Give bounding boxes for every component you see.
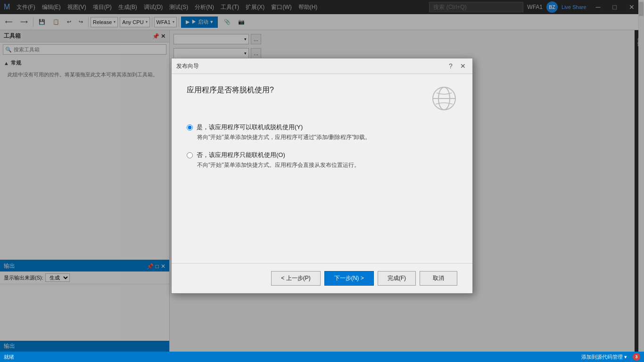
next-btn[interactable]: 下一步(N) > (324, 271, 374, 286)
radio-no-desc: 不向"开始"菜单添加快捷方式。应用程序会直接从发布位置运行。 (197, 161, 457, 169)
globe-icon (431, 85, 457, 112)
radio-yes-label[interactable]: 是，该应用程序可以联机或脱机使用(Y) (187, 123, 457, 132)
radio-yes-input[interactable] (187, 124, 193, 131)
dialog-title-bar: 发布向导 ? ✕ (172, 58, 472, 74)
dialog-body: 应用程序是否将脱机使用? 是，该应用程序可以联机或脱机使用(Y) (172, 74, 472, 263)
dialog-options: 是，该应用程序可以联机或脱机使用(Y) 将向"开始"菜单添加快捷方式，应用程序可… (187, 123, 457, 169)
dialog-footer: < 上一步(P) 下一步(N) > 完成(F) 取消 (172, 263, 472, 293)
dialog-help-btn[interactable]: ? (446, 61, 455, 71)
radio-no-text: 否，该应用程序只能联机使用(O) (197, 151, 285, 159)
dialog-close-btn[interactable]: ✕ (458, 61, 468, 71)
radio-no-input[interactable] (187, 152, 193, 158)
error-badge: 3 (633, 353, 640, 361)
radio-option-yes: 是，该应用程序可以联机或脱机使用(Y) 将向"开始"菜单添加快捷方式，应用程序可… (187, 123, 457, 141)
radio-yes-text: 是，该应用程序可以联机或脱机使用(Y) (197, 123, 303, 132)
publish-wizard-dialog: 发布向导 ? ✕ 应用程序是否将脱机使用? (171, 58, 473, 294)
status-text: 就绪 (4, 354, 14, 361)
radio-yes-desc: 将向"开始"菜单添加快捷方式，应用程序可通过"添加/删除程序"卸载。 (197, 133, 457, 141)
finish-btn[interactable]: 完成(F) (378, 271, 416, 286)
dialog-controls: ? ✕ (446, 61, 468, 71)
radio-no-label[interactable]: 否，该应用程序只能联机使用(O) (187, 151, 457, 159)
radio-option-no: 否，该应用程序只能联机使用(O) 不向"开始"菜单添加快捷方式。应用程序会直接从… (187, 151, 457, 169)
dialog-main-title: 应用程序是否将脱机使用? (187, 85, 274, 95)
prev-btn[interactable]: < 上一步(P) (271, 271, 320, 286)
status-right: 添加到源代码管理 ▾ 3 (581, 353, 640, 361)
source-control-btn[interactable]: 添加到源代码管理 ▾ (581, 354, 627, 361)
status-bar: 就绪 添加到源代码管理 ▾ 3 (0, 352, 644, 362)
dialog-overlay: 发布向导 ? ✕ 应用程序是否将脱机使用? (0, 0, 644, 352)
cancel-btn[interactable]: 取消 (420, 271, 457, 286)
dialog-header-row: 应用程序是否将脱机使用? (187, 85, 457, 112)
dialog-title: 发布向导 (176, 62, 199, 70)
